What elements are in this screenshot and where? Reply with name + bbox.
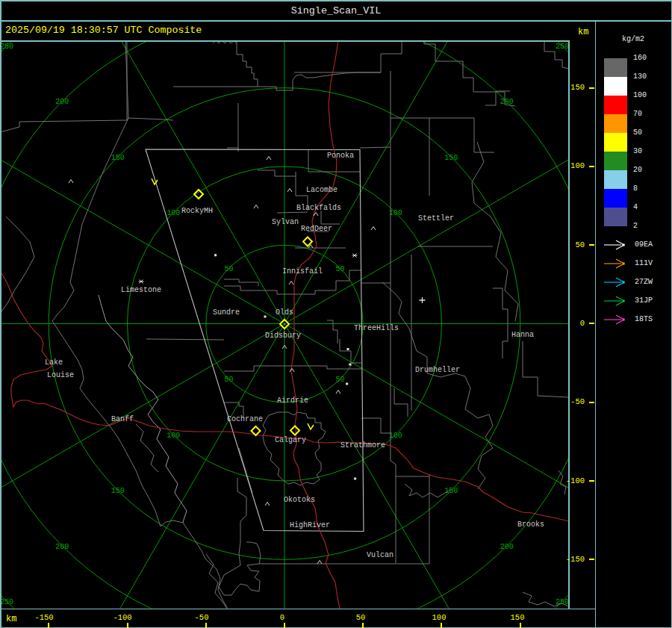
svg-text:100: 100 — [167, 209, 180, 217]
svg-text:250: 250 — [556, 43, 569, 51]
svg-text:Cochrane: Cochrane — [227, 415, 263, 423]
svg-text:50: 50 — [335, 376, 344, 384]
svg-text:50: 50 — [225, 376, 234, 384]
svg-text:50: 50 — [225, 265, 234, 273]
svg-text:200: 200 — [55, 543, 69, 551]
svg-text:Limestone: Limestone — [121, 286, 161, 294]
svg-text:Brooks: Brooks — [517, 520, 544, 529]
svg-text:250: 250 — [0, 43, 13, 51]
svg-text:250: 250 — [0, 598, 13, 606]
svg-text:Didsbury: Didsbury — [265, 332, 301, 340]
svg-text:150: 150 — [111, 154, 125, 162]
svg-text:Lacombe: Lacombe — [306, 186, 337, 194]
svg-text:Hanna: Hanna — [511, 331, 534, 339]
svg-text:Sundre: Sundre — [213, 308, 240, 317]
svg-text:150: 150 — [111, 487, 125, 495]
svg-text:Banff: Banff — [111, 415, 134, 423]
svg-text:Olds: Olds — [276, 308, 293, 317]
svg-text:Blackfalds: Blackfalds — [296, 204, 341, 212]
svg-text:RedDeer: RedDeer — [301, 225, 332, 233]
svg-text:RockyMH: RockyMH — [181, 207, 213, 215]
svg-text:Stettler: Stettler — [418, 214, 454, 223]
svg-text:Airdrie: Airdrie — [277, 397, 308, 405]
svg-text:Calgary: Calgary — [275, 436, 306, 444]
svg-text:Sylvan: Sylvan — [272, 218, 299, 226]
svg-text:Innisfail: Innisfail — [282, 267, 323, 276]
svg-text:200: 200 — [500, 543, 514, 551]
svg-text:Lake: Lake — [45, 358, 63, 367]
svg-text:150: 150 — [444, 154, 458, 162]
svg-text:ThreeHills: ThreeHills — [354, 324, 399, 332]
svg-text:HighRiver: HighRiver — [290, 521, 330, 529]
svg-text:Louise: Louise — [47, 371, 74, 379]
svg-text:50: 50 — [335, 265, 344, 273]
svg-text:Strathmore: Strathmore — [340, 441, 385, 450]
svg-text:100: 100 — [167, 432, 180, 440]
svg-text:Vulcan: Vulcan — [367, 551, 393, 559]
svg-text:200: 200 — [55, 98, 69, 106]
svg-text:Ponoka: Ponoka — [327, 152, 354, 160]
svg-text:Drumheller: Drumheller — [415, 366, 460, 374]
svg-text:150: 150 — [444, 487, 458, 495]
svg-text:Okotoks: Okotoks — [284, 496, 315, 504]
